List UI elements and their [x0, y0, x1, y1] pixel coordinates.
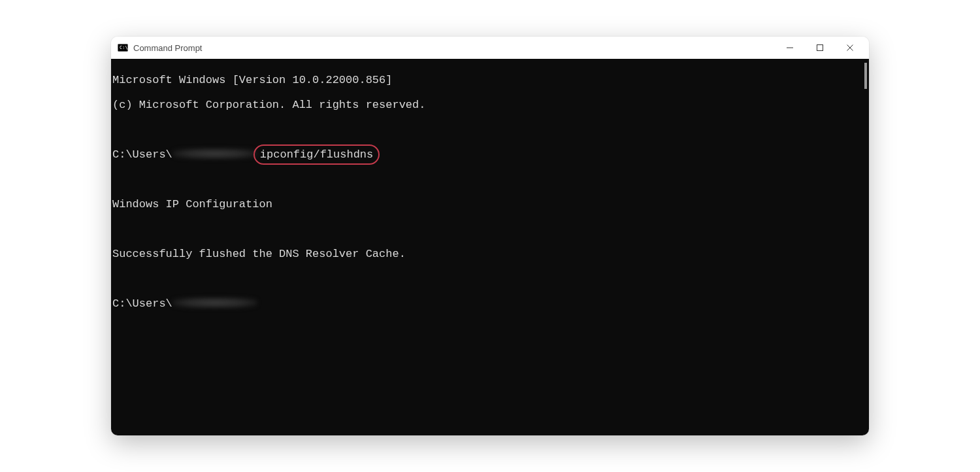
command-text: ipconfig/flushdns	[257, 148, 376, 161]
command-prompt-window: C:\ Command Prompt Microsoft Windows [Ve…	[111, 37, 869, 435]
blank-line	[112, 124, 864, 136]
output-header: Windows IP Configuration	[112, 198, 864, 211]
scrollbar-thumb[interactable]	[864, 63, 867, 89]
redacted-username	[172, 297, 257, 308]
output-message: Successfully flushed the DNS Resolver Ca…	[112, 248, 864, 260]
prompt-path: C:\Users\	[112, 297, 172, 310]
blank-line	[112, 223, 864, 235]
terminal-area[interactable]: Microsoft Windows [Version 10.0.22000.85…	[111, 59, 869, 435]
prompt-line-2: C:\Users\	[112, 297, 864, 310]
window-title: Command Prompt	[133, 43, 202, 53]
window-controls	[775, 37, 865, 59]
blank-line	[112, 273, 864, 285]
copyright-line: (c) Microsoft Corporation. All rights re…	[112, 99, 864, 111]
blank-line	[112, 173, 864, 186]
version-line: Microsoft Windows [Version 10.0.22000.85…	[112, 74, 864, 86]
redacted-username	[172, 148, 257, 159]
terminal-output: Microsoft Windows [Version 10.0.22000.85…	[111, 59, 869, 435]
maximize-button[interactable]	[805, 37, 835, 59]
prompt-line-1: C:\Users\ipconfig/flushdns	[112, 148, 864, 161]
prompt-path: C:\Users\	[112, 148, 172, 161]
svg-text:C:\: C:\	[120, 45, 128, 50]
close-button[interactable]	[835, 37, 865, 59]
svg-rect-3	[817, 45, 823, 51]
titlebar[interactable]: C:\ Command Prompt	[111, 37, 869, 59]
minimize-button[interactable]	[775, 37, 805, 59]
command-prompt-icon: C:\	[118, 42, 128, 53]
